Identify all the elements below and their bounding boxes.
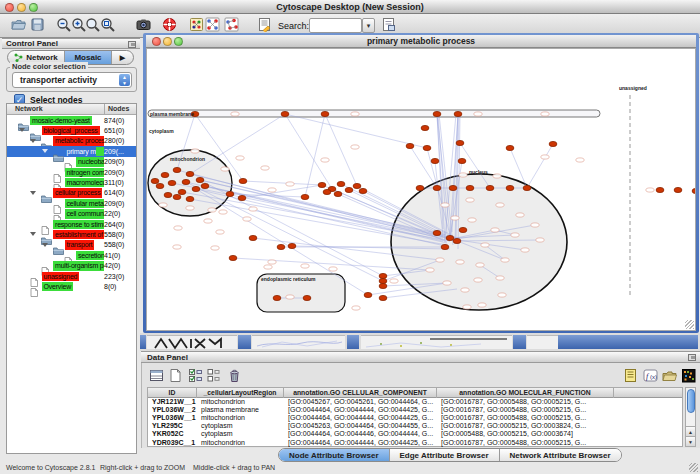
zoom-out-icon[interactable] — [56, 17, 72, 35]
graph-node-selected[interactable] — [416, 185, 424, 190]
graph-node-unselected[interactable] — [249, 207, 257, 211]
tree-row-multi-organism-pro[interactable]: multi-organism pro42(0) — [7, 261, 136, 271]
graph-node-selected[interactable] — [459, 227, 467, 232]
column-header-3[interactable]: annotation.GO MOLECULAR_FUNCTION — [437, 388, 614, 398]
table-row-YLR295C[interactable]: YLR295Ccytoplasm[GO:0045263, GO:0044464,… — [148, 422, 682, 430]
graph-node-selected[interactable] — [161, 172, 169, 177]
graph-node-unselected[interactable] — [329, 267, 337, 271]
graph-node-selected[interactable] — [186, 171, 194, 176]
graph-node-unselected[interactable] — [436, 258, 444, 262]
graph-node-selected[interactable] — [156, 183, 164, 188]
graph-node-unselected[interactable] — [576, 158, 584, 162]
graph-edge[interactable] — [285, 114, 332, 189]
node-color-select[interactable]: transporter activity ▲▼ — [12, 72, 132, 88]
graph-node-unselected[interactable] — [501, 258, 509, 262]
graph-node-selected[interactable] — [446, 235, 454, 240]
graph-node-selected[interactable] — [196, 177, 204, 182]
tree-row-cellular-process[interactable]: cellular process614(0) — [7, 188, 136, 198]
graph-node-unselected[interactable] — [426, 268, 434, 272]
canvas-resize-grip[interactable] — [685, 320, 694, 329]
graph-node-unselected[interactable] — [541, 112, 549, 116]
graph-node-selected[interactable] — [186, 196, 194, 201]
graph-node-selected[interactable] — [379, 295, 387, 300]
delete-attribute-icon[interactable] — [227, 368, 243, 384]
graph-node-selected[interactable] — [277, 244, 285, 249]
graph-node-selected[interactable] — [456, 140, 464, 145]
minimize-window-button[interactable] — [17, 3, 26, 12]
graph-node-unselected[interactable] — [268, 188, 276, 192]
select-attributes-icon[interactable] — [188, 368, 204, 384]
graph-node-unselected[interactable] — [646, 188, 654, 192]
graph-node-selected[interactable] — [549, 141, 557, 146]
tab-edge-attribute-browser[interactable]: Edge Attribute Browser — [390, 449, 500, 461]
graph-node-unselected[interactable] — [516, 213, 524, 217]
graph-node-selected[interactable] — [182, 179, 190, 184]
graph-edge[interactable] — [285, 114, 427, 148]
table-row-YJR121W__1[interactable]: YJR121W__1mitochondrion[GO:0045267, GO:0… — [148, 398, 682, 406]
graph-node-selected[interactable] — [506, 185, 514, 190]
graph-edge[interactable] — [410, 146, 437, 188]
network-minimize-button[interactable] — [163, 37, 172, 46]
graph-node-unselected[interactable] — [321, 158, 329, 162]
graph-node-unselected[interactable] — [236, 156, 244, 160]
graph-node-unselected[interactable] — [468, 218, 476, 222]
graph-node-unselected[interactable] — [216, 230, 224, 234]
graph-node-unselected[interactable] — [496, 276, 504, 280]
formula-icon[interactable]: f(x) — [643, 368, 659, 384]
graph-node-unselected[interactable] — [204, 219, 212, 223]
graph-node-selected[interactable] — [379, 273, 387, 278]
data-panel-float-icon[interactable] — [688, 354, 696, 361]
scroll-down-button[interactable]: ▼ — [686, 436, 695, 446]
tree-row-nucleobase-[interactable]: nucleobase-209(0) — [7, 157, 136, 167]
tree-row-transport[interactable]: transport558(0) — [7, 240, 136, 250]
tree-row-nitrogen-compo[interactable]: nitrogen compo209(0) — [7, 167, 136, 177]
graph-node-unselected[interactable] — [498, 293, 506, 297]
graph-node-selected[interactable] — [692, 188, 695, 193]
graph-node-selected[interactable] — [431, 158, 439, 163]
graph-node-selected[interactable] — [323, 189, 331, 194]
graph-node-unselected[interactable] — [521, 248, 529, 252]
graph-node-selected[interactable] — [301, 194, 309, 199]
graph-node-selected[interactable] — [359, 188, 367, 193]
graph-node-unselected[interactable] — [221, 167, 229, 171]
graph-node-unselected[interactable] — [441, 203, 449, 207]
window-titlebar[interactable]: Cytoscape Desktop (New Session) — [0, 0, 700, 14]
graph-node-unselected[interactable] — [351, 145, 359, 149]
graph-node-unselected[interactable] — [352, 306, 360, 310]
column-header-1[interactable]: _cellularLayoutRegion — [197, 388, 284, 398]
network-window-titlebar[interactable]: primary metabolic process — [146, 35, 696, 48]
graph-node-unselected[interactable] — [174, 226, 182, 230]
tree-expand-arrow[interactable] — [19, 128, 25, 132]
graph-node-selected[interactable] — [353, 183, 361, 188]
graph-node-selected[interactable] — [303, 295, 311, 300]
graph-node-unselected[interactable] — [286, 182, 294, 186]
table-row-YKR052C[interactable]: YKR052Ccytoplasm[GO:0044464, GO:0044446,… — [148, 430, 682, 438]
graph-node-selected[interactable] — [168, 180, 176, 185]
graph-node-selected[interactable] — [334, 191, 342, 196]
tab-overflow-button[interactable]: ▶ — [112, 51, 133, 64]
graph-node-selected[interactable] — [449, 185, 457, 190]
graph-node-unselected[interactable] — [211, 246, 219, 250]
graph-node-selected[interactable] — [441, 244, 449, 249]
network-zoom-button[interactable] — [174, 37, 183, 46]
column-header-2[interactable]: annotation.GO CELLULAR_COMPONENT — [284, 388, 437, 398]
table-scrollbar[interactable]: ▲ ▼ — [685, 387, 696, 447]
tree-row-cell-communicat[interactable]: cell communicat22(0) — [7, 209, 136, 219]
tree-row-biological-process[interactable]: biological_process651(0) — [7, 125, 136, 135]
search-input[interactable] — [309, 18, 362, 33]
graph-node-selected[interactable] — [201, 183, 209, 188]
notes-icon[interactable] — [623, 368, 639, 384]
graph-node-selected[interactable] — [364, 292, 372, 297]
graph-node-selected[interactable] — [523, 185, 531, 190]
tree-row-primary-metabo[interactable]: primary metabo209(... — [7, 146, 136, 156]
tree-expand-arrow[interactable] — [42, 149, 48, 153]
tree-row-cellular-metabo[interactable]: cellular metabo209(0) — [7, 198, 136, 208]
graph-node-unselected[interactable] — [286, 295, 294, 299]
graph-node-unselected[interactable] — [476, 263, 484, 267]
import-attributes-icon[interactable] — [662, 368, 678, 384]
graph-node-unselected[interactable] — [493, 174, 501, 178]
graph-node-unselected[interactable] — [261, 166, 269, 170]
graph-node-unselected[interactable] — [511, 233, 519, 237]
graph-node-unselected[interactable] — [541, 155, 549, 159]
graph-node-unselected[interactable] — [191, 149, 199, 153]
